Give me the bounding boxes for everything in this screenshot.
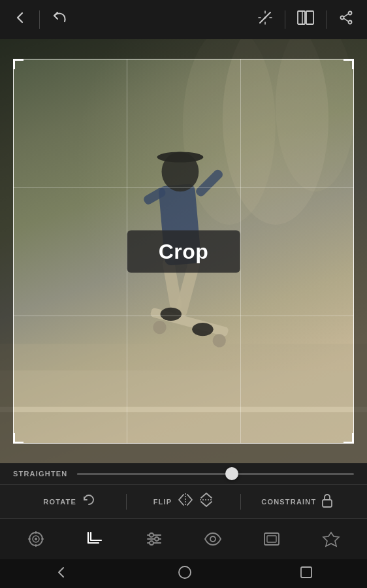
crop-overlay[interactable]: Crop xyxy=(13,59,354,444)
svg-rect-51 xyxy=(267,536,276,542)
nav-bar xyxy=(0,559,367,588)
svg-line-12 xyxy=(343,14,348,17)
toolbar-right xyxy=(257,10,354,29)
tab-adjust[interactable] xyxy=(22,525,50,553)
nav-home[interactable] xyxy=(178,565,192,583)
slider-fill xyxy=(77,473,232,475)
crop-label: Crop xyxy=(127,230,240,272)
toolbar-divider-1 xyxy=(39,10,40,29)
tab-tune[interactable] xyxy=(140,525,168,553)
action-row: ROTATE FLIP xyxy=(0,485,367,519)
back-icon[interactable] xyxy=(13,10,27,29)
svg-line-13 xyxy=(343,18,348,22)
toolbar-left xyxy=(13,10,67,29)
nav-recent[interactable] xyxy=(300,566,313,582)
top-toolbar xyxy=(0,0,367,39)
constraint-label: CONSTRAINT xyxy=(261,498,316,506)
svg-rect-35 xyxy=(323,500,332,507)
undo-icon[interactable] xyxy=(52,10,67,29)
crop-mask-top xyxy=(0,39,367,59)
lock-icon[interactable] xyxy=(321,493,333,510)
svg-point-38 xyxy=(35,538,37,540)
svg-point-11 xyxy=(349,21,352,24)
flip-action[interactable]: FLIP xyxy=(127,491,240,512)
flip-h-icon[interactable] xyxy=(177,493,194,510)
crop-mask-bottom xyxy=(0,444,367,463)
tab-healing[interactable] xyxy=(317,525,345,553)
flip-label: FLIP xyxy=(153,498,172,506)
toolbar-divider-2 xyxy=(285,10,285,29)
bottom-controls: STRAIGHTEN ROTATE FLIP xyxy=(0,463,367,559)
image-area: Crop xyxy=(0,39,367,463)
svg-rect-7 xyxy=(306,11,313,24)
svg-point-10 xyxy=(341,16,344,20)
svg-rect-50 xyxy=(264,533,279,545)
flip-v-icon[interactable] xyxy=(199,491,214,512)
grid-h2 xyxy=(13,316,354,316)
tab-eye[interactable] xyxy=(199,525,227,553)
slider-thumb[interactable] xyxy=(225,467,238,480)
svg-point-9 xyxy=(349,12,352,15)
svg-point-46 xyxy=(150,533,153,537)
svg-rect-53 xyxy=(301,567,311,578)
constraint-action[interactable]: CONSTRAINT xyxy=(241,493,354,510)
svg-point-52 xyxy=(179,566,191,578)
magic-wand-icon[interactable] xyxy=(257,10,273,29)
crop-mask-right xyxy=(354,59,367,444)
rotate-icon[interactable] xyxy=(82,493,96,510)
share-icon[interactable] xyxy=(338,10,354,29)
toolbar-divider-3 xyxy=(326,10,327,29)
compare-icon[interactable] xyxy=(297,10,314,29)
rotate-label: ROTATE xyxy=(43,498,76,506)
straighten-slider[interactable] xyxy=(77,473,355,475)
svg-rect-6 xyxy=(298,11,305,24)
straighten-bar: STRAIGHTEN xyxy=(0,463,367,485)
straighten-label: STRAIGHTEN xyxy=(13,470,68,478)
tab-bar xyxy=(0,519,367,559)
grid-v2 xyxy=(240,59,241,444)
grid-h1 xyxy=(13,187,354,188)
svg-point-47 xyxy=(155,537,159,541)
svg-point-5 xyxy=(264,17,266,19)
svg-point-49 xyxy=(210,536,215,542)
nav-back[interactable] xyxy=(54,565,70,583)
tab-frame[interactable] xyxy=(257,525,286,553)
tab-crop[interactable] xyxy=(80,525,109,553)
svg-point-48 xyxy=(150,541,153,545)
rotate-action[interactable]: ROTATE xyxy=(13,493,126,510)
crop-mask-left xyxy=(0,59,13,444)
